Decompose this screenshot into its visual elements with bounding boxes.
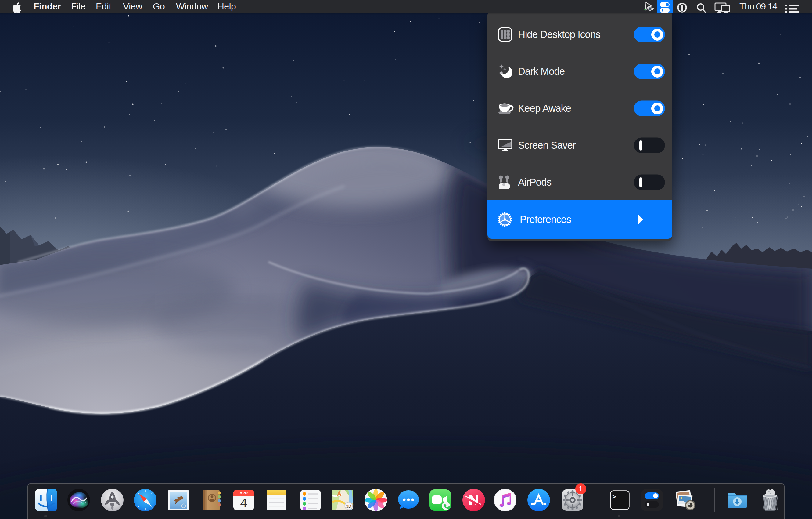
svg-text:3D: 3D (346, 504, 351, 509)
svg-text:4: 4 (240, 496, 247, 510)
svg-text:APR: APR (239, 491, 248, 495)
svg-text:>_: >_ (612, 494, 620, 501)
